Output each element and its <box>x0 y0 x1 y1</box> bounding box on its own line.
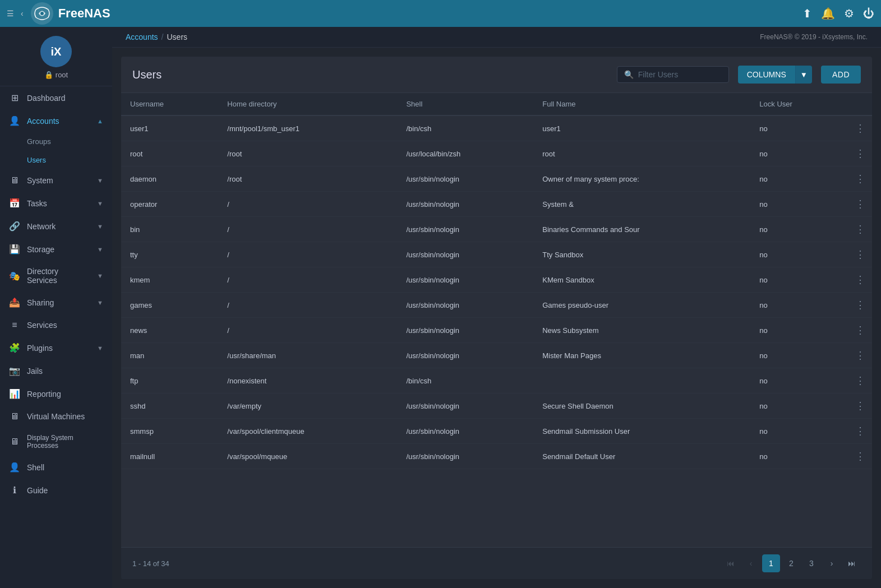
cell-full-name: root <box>533 141 750 166</box>
cell-lock-user: no <box>750 343 846 368</box>
row-menu-button[interactable]: ⋮ <box>846 318 872 343</box>
page-last-button[interactable]: ⏭ <box>843 554 861 572</box>
network-icon: 🔗 <box>9 221 20 232</box>
cell-shell: /usr/sbin/nologin <box>397 217 533 242</box>
sidebar-item-accounts[interactable]: 👤 Accounts ▲ <box>0 109 112 132</box>
row-menu-button[interactable]: ⋮ <box>846 242 872 267</box>
cell-username: smmsp <box>121 419 218 444</box>
cell-home-directory: /usr/share/man <box>218 343 397 368</box>
table-row: user1 /mnt/pool1/smb_user1 /bin/csh user… <box>121 115 872 141</box>
breadcrumb-separator: / <box>162 33 164 41</box>
columns-button-group: COLUMNS ▼ <box>738 66 812 84</box>
settings-icon[interactable]: ⚙ <box>844 7 854 20</box>
search-icon: 🔍 <box>624 70 634 79</box>
sidebar-item-tasks[interactable]: 📅 Tasks ▼ <box>0 192 112 215</box>
cell-home-directory: /root <box>218 141 397 166</box>
sidebar-item-plugins[interactable]: 🧩 Plugins ▼ <box>0 336 112 359</box>
row-menu-button[interactable]: ⋮ <box>846 419 872 444</box>
cell-full-name: Secure Shell Daemon <box>533 393 750 419</box>
cell-home-directory: / <box>218 217 397 242</box>
page-next-button[interactable]: › <box>823 554 841 572</box>
sidebar-item-reporting[interactable]: 📊 Reporting <box>0 382 112 405</box>
vm-icon: 🖥 <box>9 411 20 422</box>
cell-lock-user: no <box>750 393 846 419</box>
main-layout: iX 🔒 root ⊞ Dashboard 👤 Accounts ▲ Group… <box>0 27 881 588</box>
row-menu-button[interactable]: ⋮ <box>846 293 872 318</box>
breadcrumb-current: Users <box>167 33 187 41</box>
sidebar-item-virtual-machines[interactable]: 🖥 Virtual Machines <box>0 405 112 428</box>
row-menu-button[interactable]: ⋮ <box>846 217 872 242</box>
users-panel: Users 🔍 COLUMNS ▼ ADD Username <box>121 57 872 579</box>
page-2-button[interactable]: 2 <box>782 554 800 572</box>
back-icon[interactable]: ‹ <box>21 9 24 18</box>
cell-username: tty <box>121 242 218 267</box>
sidebar-item-network[interactable]: 🔗 Network ▼ <box>0 215 112 238</box>
add-button[interactable]: ADD <box>821 66 861 84</box>
cell-username: user1 <box>121 115 218 141</box>
cell-lock-user: no <box>750 444 846 469</box>
row-menu-button[interactable]: ⋮ <box>846 343 872 368</box>
svg-point-1 <box>40 12 44 15</box>
row-menu-button[interactable]: ⋮ <box>846 192 872 217</box>
row-menu-button[interactable]: ⋮ <box>846 166 872 192</box>
sidebar-item-dashboard[interactable]: ⊞ Dashboard <box>0 86 112 109</box>
plugins-icon: 🧩 <box>9 342 20 353</box>
cell-shell: /usr/sbin/nologin <box>397 166 533 192</box>
app-logo: FreeNAS <box>30 2 110 25</box>
cell-home-directory: / <box>218 192 397 217</box>
cell-shell: /usr/sbin/nologin <box>397 293 533 318</box>
row-menu-button[interactable]: ⋮ <box>846 368 872 393</box>
columns-dropdown-arrow[interactable]: ▼ <box>795 66 812 84</box>
breadcrumb-bar: Accounts / Users FreeNAS® © 2019 - iXsys… <box>112 27 881 48</box>
breadcrumb-parent[interactable]: Accounts <box>126 33 158 41</box>
row-menu-button[interactable]: ⋮ <box>846 141 872 166</box>
row-menu-button[interactable]: ⋮ <box>846 267 872 293</box>
sidebar-item-shell[interactable]: 👤 Shell <box>0 456 112 479</box>
cell-shell: /usr/sbin/nologin <box>397 192 533 217</box>
page-prev-button[interactable]: ‹ <box>742 554 760 572</box>
sidebar-item-directory-services[interactable]: 🎭 Directory Services ▼ <box>0 261 112 291</box>
page-first-button[interactable]: ⏮ <box>722 554 740 572</box>
col-home-directory: Home directory <box>218 93 397 115</box>
menu-icon[interactable]: ☰ <box>7 9 14 18</box>
directory-services-icon: 🎭 <box>9 271 20 281</box>
pagination-controls: ⏮ ‹ 1 2 3 › ⏭ <box>722 554 861 572</box>
username-display: 🔒 root <box>44 71 68 79</box>
table-row: sshd /var/empty /usr/sbin/nologin Secure… <box>121 393 872 419</box>
guide-icon: ℹ <box>9 485 20 496</box>
sidebar-subitem-groups[interactable]: Groups <box>0 132 112 151</box>
sidebar-item-guide[interactable]: ℹ Guide <box>0 479 112 502</box>
sidebar-navigation: ⊞ Dashboard 👤 Accounts ▲ Groups Users 🖥 … <box>0 86 112 588</box>
logo-svg <box>30 2 54 25</box>
page-1-button[interactable]: 1 <box>762 554 780 572</box>
power-icon[interactable]: ⏻ <box>863 7 874 20</box>
avatar: iX <box>40 36 72 67</box>
bell-icon[interactable]: 🔔 <box>821 7 835 20</box>
plugins-arrow: ▼ <box>97 345 103 351</box>
cell-shell: /usr/sbin/nologin <box>397 242 533 267</box>
sidebar-subitem-users[interactable]: Users <box>0 151 112 169</box>
table-row: operator / /usr/sbin/nologin System & no… <box>121 192 872 217</box>
sidebar-item-display-system[interactable]: 🖥 Display System Processes <box>0 428 112 456</box>
search-input[interactable] <box>638 70 722 79</box>
page-3-button[interactable]: 3 <box>802 554 820 572</box>
row-menu-button[interactable]: ⋮ <box>846 393 872 419</box>
table-row: ftp /nonexistent /bin/csh no ⋮ <box>121 368 872 393</box>
table-row: smmsp /var/spool/clientmqueue /usr/sbin/… <box>121 419 872 444</box>
table-row: mailnull /var/spool/mqueue /usr/sbin/nol… <box>121 444 872 469</box>
columns-button[interactable]: COLUMNS <box>738 66 795 84</box>
sidebar-item-sharing[interactable]: 📤 Sharing ▼ <box>0 291 112 314</box>
row-menu-button[interactable]: ⋮ <box>846 115 872 141</box>
accounts-icon: 👤 <box>9 115 20 126</box>
directory-services-arrow: ▼ <box>97 272 103 279</box>
sidebar-item-services[interactable]: ≡ Services <box>0 314 112 336</box>
shell-icon: 👤 <box>9 462 20 473</box>
cell-home-directory: / <box>218 267 397 293</box>
sidebar-item-storage[interactable]: 💾 Storage ▼ <box>0 238 112 261</box>
sidebar-item-jails[interactable]: 📷 Jails <box>0 359 112 382</box>
sidebar-item-system[interactable]: 🖥 System ▼ <box>0 169 112 192</box>
upload-icon[interactable]: ⬆ <box>802 7 812 20</box>
row-menu-button[interactable]: ⋮ <box>846 444 872 469</box>
cell-full-name: KMem Sandbox <box>533 267 750 293</box>
dashboard-icon: ⊞ <box>9 92 20 103</box>
